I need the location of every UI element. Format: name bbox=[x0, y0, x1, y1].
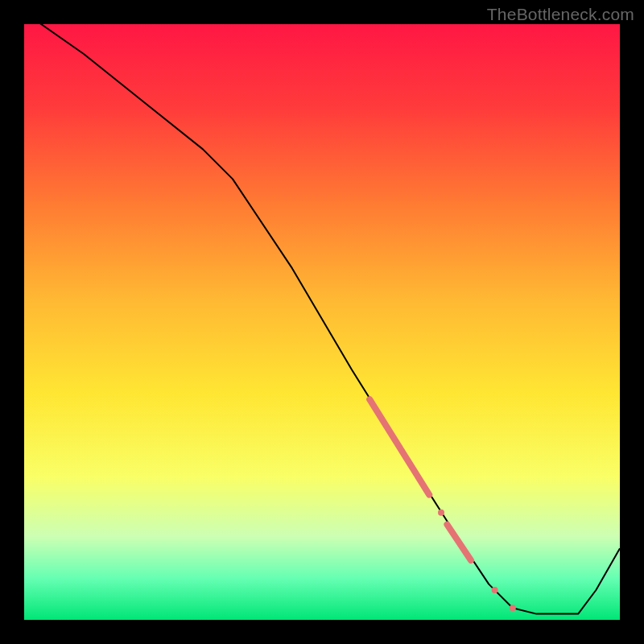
marker-dot-a bbox=[438, 510, 444, 516]
plot-area bbox=[24, 24, 620, 620]
marker-dot-b bbox=[492, 587, 498, 593]
watermark-text: TheBottleneck.com bbox=[487, 5, 634, 24]
gradient-background bbox=[24, 24, 620, 620]
plot-svg bbox=[24, 24, 620, 620]
chart-frame: TheBottleneck.com bbox=[0, 0, 644, 644]
marker-dot-c bbox=[510, 605, 516, 611]
